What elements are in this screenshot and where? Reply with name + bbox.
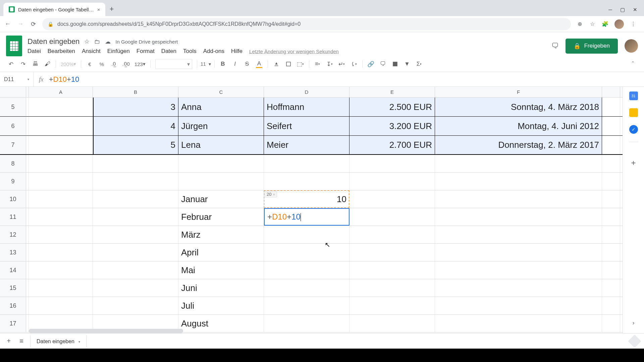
col-header-b[interactable]: B — [93, 87, 178, 97]
merge-cells-icon[interactable]: ⬚▾ — [296, 59, 306, 69]
star-icon[interactable]: ☆ — [84, 38, 90, 45]
collapse-toolbar-icon[interactable]: ˆ — [628, 59, 638, 69]
cell-f7[interactable]: Donnerstag, 2. März 2017 — [435, 136, 602, 154]
sheets-logo-icon[interactable] — [6, 36, 22, 56]
text-color-button[interactable]: A — [254, 59, 264, 69]
col-header-a[interactable]: A — [29, 87, 93, 97]
cell-b13[interactable] — [93, 244, 178, 261]
extensions-icon[interactable]: 🧩 — [602, 21, 608, 27]
cell-b14[interactable] — [93, 261, 178, 279]
name-box[interactable]: D11▾ — [0, 72, 34, 86]
font-selector[interactable]: ▾ — [155, 59, 192, 69]
keep-icon[interactable] — [629, 108, 638, 117]
cell-b5[interactable]: 3 — [93, 98, 178, 116]
cell-f9[interactable] — [435, 173, 602, 190]
cell-c13[interactable]: April — [178, 244, 264, 261]
cell-e6[interactable]: 3.200 EUR — [350, 117, 435, 135]
percent-button[interactable]: % — [97, 59, 107, 69]
grid[interactable]: A B C D E F 5 3 Anna Hoffmann 2.500 EUR … — [0, 87, 623, 333]
v-align-icon[interactable]: ↧▾ — [325, 59, 335, 69]
cell-c9[interactable] — [178, 173, 264, 190]
select-all-corner[interactable] — [0, 87, 26, 97]
maximize-icon[interactable]: ▢ — [620, 7, 625, 13]
cell-e15[interactable] — [350, 279, 435, 297]
cell-d17[interactable] — [264, 315, 350, 332]
all-sheets-icon[interactable]: ≡ — [17, 337, 25, 345]
paint-format-icon[interactable]: 🖌 — [42, 59, 52, 69]
cell-a9[interactable] — [29, 173, 93, 190]
cell-f13[interactable] — [435, 244, 602, 261]
cell-a10[interactable] — [29, 190, 93, 208]
cell-e7[interactable]: 2.700 EUR — [350, 136, 435, 154]
cell-c12[interactable]: März — [178, 226, 264, 243]
cell-d11-editing[interactable]: +D10+10 — [264, 208, 350, 226]
tasks-icon[interactable] — [629, 125, 638, 134]
menu-einfuegen[interactable]: Einfügen — [107, 48, 130, 55]
cell-c15[interactable]: Juni — [178, 279, 264, 297]
move-icon[interactable]: 🗀 — [94, 38, 100, 45]
cell-c16[interactable]: Juli — [178, 297, 264, 314]
cell-g12[interactable] — [602, 226, 620, 243]
row-header-17[interactable]: 17 — [0, 315, 26, 332]
cell-g10[interactable] — [602, 190, 620, 208]
formula-input[interactable]: +D10+10 — [49, 75, 644, 84]
cell-a7[interactable] — [29, 136, 93, 154]
row-header-5[interactable]: 5 — [0, 98, 26, 116]
menu-format[interactable]: Format — [137, 48, 155, 55]
functions-icon[interactable]: Σ▾ — [414, 59, 424, 69]
new-tab-button[interactable]: + — [109, 5, 114, 16]
sheet-tab-active[interactable]: Daten eingeben ▾ — [30, 335, 87, 347]
comment-insert-icon[interactable]: 🗨 — [378, 59, 388, 69]
cell-f15[interactable] — [435, 279, 602, 297]
close-window-icon[interactable]: ✕ — [633, 7, 637, 13]
bold-button[interactable]: B — [218, 59, 228, 69]
h-scrollbar[interactable] — [29, 329, 183, 333]
menu-bearbeiten[interactable]: Bearbeiten — [48, 48, 75, 55]
row-header-8[interactable]: 8 — [0, 155, 26, 172]
last-edit-text[interactable]: Letzte Änderung vor wenigen Sekunden — [249, 49, 339, 54]
cell-a12[interactable] — [29, 226, 93, 243]
format-number-button[interactable]: 123▾ — [133, 59, 147, 69]
currency-button[interactable]: € — [85, 59, 95, 69]
cell-e16[interactable] — [350, 297, 435, 314]
browser-tab[interactable]: Daten eingeben - Google Tabell… × — [3, 3, 105, 16]
cell-b11[interactable] — [93, 208, 178, 226]
cell-e12[interactable] — [350, 226, 435, 243]
cell-a13[interactable] — [29, 244, 93, 261]
cell-c11[interactable]: Februar — [178, 208, 264, 226]
cell-e14[interactable] — [350, 261, 435, 279]
cell-g16[interactable] — [602, 297, 620, 314]
row-header-11[interactable]: 11 — [0, 208, 26, 226]
browser-menu-icon[interactable]: ⋮ — [630, 21, 637, 27]
add-sheet-icon[interactable]: + — [5, 337, 13, 345]
doc-title[interactable]: Daten eingeben — [28, 37, 79, 46]
cell-e11[interactable] — [350, 208, 435, 226]
row-header-16[interactable]: 16 — [0, 297, 26, 314]
cell-f16[interactable] — [435, 297, 602, 314]
cell-a5[interactable] — [29, 98, 93, 116]
cell-d13[interactable] — [264, 244, 350, 261]
chart-insert-icon[interactable] — [390, 59, 400, 69]
hide-side-panel-icon[interactable]: › — [633, 319, 635, 326]
row-header-15[interactable]: 15 — [0, 279, 26, 297]
cell-d10[interactable]: 20× 10 — [264, 190, 350, 208]
cell-c6[interactable]: Jürgen — [178, 117, 264, 135]
cell-g13[interactable] — [602, 244, 620, 261]
profile-avatar-icon[interactable] — [614, 19, 624, 29]
print-icon[interactable]: 🖶 — [30, 59, 40, 69]
cell-a6[interactable] — [29, 117, 93, 135]
wrap-icon[interactable]: ↵▾ — [337, 59, 347, 69]
close-tab-icon[interactable]: × — [97, 7, 100, 12]
cell-c14[interactable]: Mai — [178, 261, 264, 279]
cell-b9[interactable] — [93, 173, 178, 190]
col-header-g[interactable] — [602, 87, 620, 97]
h-align-icon[interactable]: ≡▾ — [313, 59, 323, 69]
cell-g9[interactable] — [602, 173, 620, 190]
cell-e17[interactable] — [350, 315, 435, 332]
share-button[interactable]: 🔒 Freigeben — [566, 39, 618, 54]
explore-icon[interactable] — [628, 335, 641, 348]
cell-f11[interactable] — [435, 208, 602, 226]
row-header-12[interactable]: 12 — [0, 226, 26, 243]
col-header-e[interactable]: E — [350, 87, 435, 97]
cell-c8[interactable] — [178, 155, 264, 172]
